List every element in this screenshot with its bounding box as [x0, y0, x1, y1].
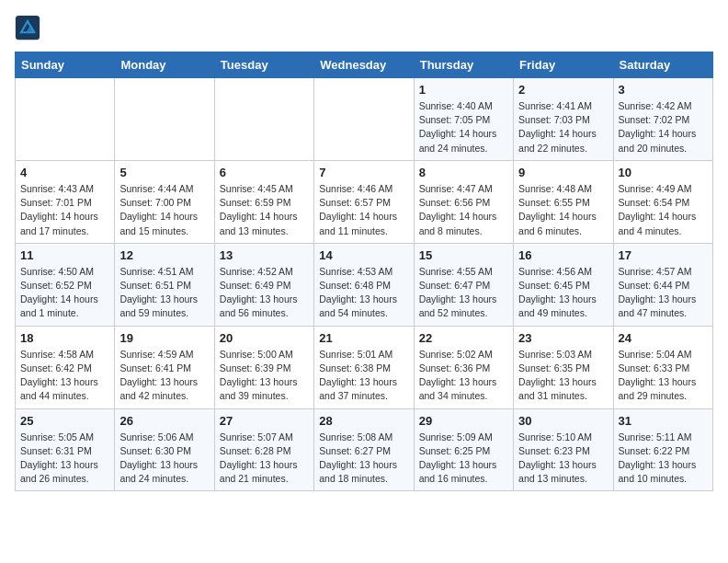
day-info: Sunrise: 4:42 AMSunset: 7:02 PMDaylight:…	[619, 99, 708, 155]
day-number: 6	[220, 166, 309, 179]
calendar-cell	[314, 78, 414, 161]
day-number: 12	[119, 248, 209, 262]
day-number: 11	[20, 248, 109, 262]
day-info: Sunrise: 4:53 AMSunset: 6:48 PMDaylight:…	[319, 265, 408, 321]
day-info: Sunrise: 5:08 AMSunset: 6:27 PMDaylight:…	[319, 431, 408, 487]
calendar-cell: 7Sunrise: 4:46 AMSunset: 6:57 PMDaylight…	[314, 160, 414, 243]
calendar-cell: 24Sunrise: 5:04 AMSunset: 6:33 PMDayligh…	[613, 326, 712, 408]
day-number: 17	[619, 248, 708, 262]
day-info: Sunrise: 5:01 AMSunset: 6:38 PMDaylight:…	[319, 348, 408, 404]
calendar-cell: 30Sunrise: 5:10 AMSunset: 6:23 PMDayligh…	[514, 408, 613, 491]
calendar-cell	[115, 78, 214, 161]
day-info: Sunrise: 5:10 AMSunset: 6:23 PMDaylight:…	[518, 431, 608, 487]
day-number: 13	[220, 248, 309, 262]
day-info: Sunrise: 4:47 AMSunset: 6:56 PMDaylight:…	[419, 182, 508, 238]
day-info: Sunrise: 5:02 AMSunset: 6:36 PMDaylight:…	[419, 348, 508, 404]
day-number: 1	[419, 83, 508, 97]
calendar-table: SundayMondayTuesdayWednesdayThursdayFrid…	[15, 52, 713, 491]
day-number: 25	[20, 414, 109, 428]
day-info: Sunrise: 4:51 AMSunset: 6:51 PMDaylight:…	[119, 265, 209, 321]
day-number: 4	[20, 166, 109, 179]
calendar-cell: 28Sunrise: 5:08 AMSunset: 6:27 PMDayligh…	[314, 408, 414, 491]
calendar-cell: 29Sunrise: 5:09 AMSunset: 6:25 PMDayligh…	[414, 408, 513, 491]
calendar-week-3: 18Sunrise: 4:58 AMSunset: 6:42 PMDayligh…	[16, 326, 713, 408]
calendar-cell: 26Sunrise: 5:06 AMSunset: 6:30 PMDayligh…	[115, 408, 214, 491]
calendar-cell: 2Sunrise: 4:41 AMSunset: 7:03 PMDaylight…	[514, 78, 613, 161]
calendar-cell: 12Sunrise: 4:51 AMSunset: 6:51 PMDayligh…	[115, 243, 214, 326]
calendar-cell: 16Sunrise: 4:56 AMSunset: 6:45 PMDayligh…	[514, 243, 613, 326]
day-info: Sunrise: 4:43 AMSunset: 7:01 PMDaylight:…	[20, 182, 109, 238]
day-info: Sunrise: 4:40 AMSunset: 7:05 PMDaylight:…	[419, 99, 508, 155]
day-info: Sunrise: 4:56 AMSunset: 6:45 PMDaylight:…	[518, 265, 608, 321]
calendar-cell	[214, 78, 313, 161]
day-info: Sunrise: 4:59 AMSunset: 6:41 PMDaylight:…	[119, 348, 209, 404]
calendar-week-0: 1Sunrise: 4:40 AMSunset: 7:05 PMDaylight…	[16, 78, 713, 161]
calendar-cell: 9Sunrise: 4:48 AMSunset: 6:55 PMDaylight…	[514, 160, 613, 243]
day-info: Sunrise: 4:57 AMSunset: 6:44 PMDaylight:…	[619, 265, 708, 321]
logo-icon	[15, 15, 40, 40]
header-wednesday: Wednesday	[314, 52, 414, 78]
day-info: Sunrise: 5:05 AMSunset: 6:31 PMDaylight:…	[20, 431, 109, 487]
calendar-cell: 1Sunrise: 4:40 AMSunset: 7:05 PMDaylight…	[414, 78, 513, 161]
calendar-cell: 25Sunrise: 5:05 AMSunset: 6:31 PMDayligh…	[16, 408, 115, 491]
calendar-header-row: SundayMondayTuesdayWednesdayThursdayFrid…	[16, 52, 713, 78]
calendar-cell: 18Sunrise: 4:58 AMSunset: 6:42 PMDayligh…	[16, 326, 115, 408]
calendar-cell: 31Sunrise: 5:11 AMSunset: 6:22 PMDayligh…	[613, 408, 712, 491]
day-number: 5	[119, 166, 209, 179]
calendar-cell: 21Sunrise: 5:01 AMSunset: 6:38 PMDayligh…	[314, 326, 414, 408]
day-number: 19	[119, 331, 209, 345]
day-number: 22	[419, 331, 508, 345]
day-info: Sunrise: 5:09 AMSunset: 6:25 PMDaylight:…	[419, 431, 508, 487]
calendar-cell: 19Sunrise: 4:59 AMSunset: 6:41 PMDayligh…	[115, 326, 214, 408]
calendar-cell: 20Sunrise: 5:00 AMSunset: 6:39 PMDayligh…	[214, 326, 313, 408]
header-monday: Monday	[115, 52, 214, 78]
day-number: 7	[319, 166, 408, 179]
calendar-week-4: 25Sunrise: 5:05 AMSunset: 6:31 PMDayligh…	[16, 408, 713, 491]
day-number: 24	[619, 331, 708, 345]
day-info: Sunrise: 4:58 AMSunset: 6:42 PMDaylight:…	[20, 348, 109, 404]
day-number: 28	[319, 414, 408, 428]
day-info: Sunrise: 4:49 AMSunset: 6:54 PMDaylight:…	[619, 182, 708, 238]
day-number: 30	[518, 414, 608, 428]
logo	[15, 15, 42, 40]
calendar-cell: 4Sunrise: 4:43 AMSunset: 7:01 PMDaylight…	[16, 160, 115, 243]
calendar-cell: 5Sunrise: 4:44 AMSunset: 7:00 PMDaylight…	[115, 160, 214, 243]
day-info: Sunrise: 4:46 AMSunset: 6:57 PMDaylight:…	[319, 182, 408, 238]
day-info: Sunrise: 5:00 AMSunset: 6:39 PMDaylight:…	[220, 348, 309, 404]
calendar-cell: 22Sunrise: 5:02 AMSunset: 6:36 PMDayligh…	[414, 326, 513, 408]
calendar-cell: 17Sunrise: 4:57 AMSunset: 6:44 PMDayligh…	[613, 243, 712, 326]
header-sunday: Sunday	[16, 52, 115, 78]
day-number: 27	[220, 414, 309, 428]
header-tuesday: Tuesday	[214, 52, 313, 78]
day-number: 3	[619, 83, 708, 97]
day-number: 9	[518, 166, 608, 179]
day-number: 21	[319, 331, 408, 345]
day-info: Sunrise: 5:06 AMSunset: 6:30 PMDaylight:…	[119, 431, 209, 487]
calendar-cell: 11Sunrise: 4:50 AMSunset: 6:52 PMDayligh…	[16, 243, 115, 326]
page-header	[15, 15, 713, 40]
day-info: Sunrise: 5:04 AMSunset: 6:33 PMDaylight:…	[619, 348, 708, 404]
calendar-cell	[16, 78, 115, 161]
calendar-cell: 10Sunrise: 4:49 AMSunset: 6:54 PMDayligh…	[613, 160, 712, 243]
day-info: Sunrise: 4:50 AMSunset: 6:52 PMDaylight:…	[20, 265, 109, 321]
calendar-cell: 27Sunrise: 5:07 AMSunset: 6:28 PMDayligh…	[214, 408, 313, 491]
day-number: 2	[518, 83, 608, 97]
day-number: 8	[419, 166, 508, 179]
day-info: Sunrise: 4:52 AMSunset: 6:49 PMDaylight:…	[220, 265, 309, 321]
calendar-cell: 14Sunrise: 4:53 AMSunset: 6:48 PMDayligh…	[314, 243, 414, 326]
calendar-week-1: 4Sunrise: 4:43 AMSunset: 7:01 PMDaylight…	[16, 160, 713, 243]
calendar-cell: 8Sunrise: 4:47 AMSunset: 6:56 PMDaylight…	[414, 160, 513, 243]
calendar-cell: 13Sunrise: 4:52 AMSunset: 6:49 PMDayligh…	[214, 243, 313, 326]
day-number: 31	[619, 414, 708, 428]
calendar-cell: 3Sunrise: 4:42 AMSunset: 7:02 PMDaylight…	[613, 78, 712, 161]
day-number: 26	[119, 414, 209, 428]
day-info: Sunrise: 4:45 AMSunset: 6:59 PMDaylight:…	[220, 182, 309, 238]
day-number: 14	[319, 248, 408, 262]
calendar-cell: 6Sunrise: 4:45 AMSunset: 6:59 PMDaylight…	[214, 160, 313, 243]
day-number: 16	[518, 248, 608, 262]
calendar-cell: 23Sunrise: 5:03 AMSunset: 6:35 PMDayligh…	[514, 326, 613, 408]
day-number: 15	[419, 248, 508, 262]
day-info: Sunrise: 5:11 AMSunset: 6:22 PMDaylight:…	[619, 431, 708, 487]
day-info: Sunrise: 4:41 AMSunset: 7:03 PMDaylight:…	[518, 99, 608, 155]
header-thursday: Thursday	[414, 52, 513, 78]
